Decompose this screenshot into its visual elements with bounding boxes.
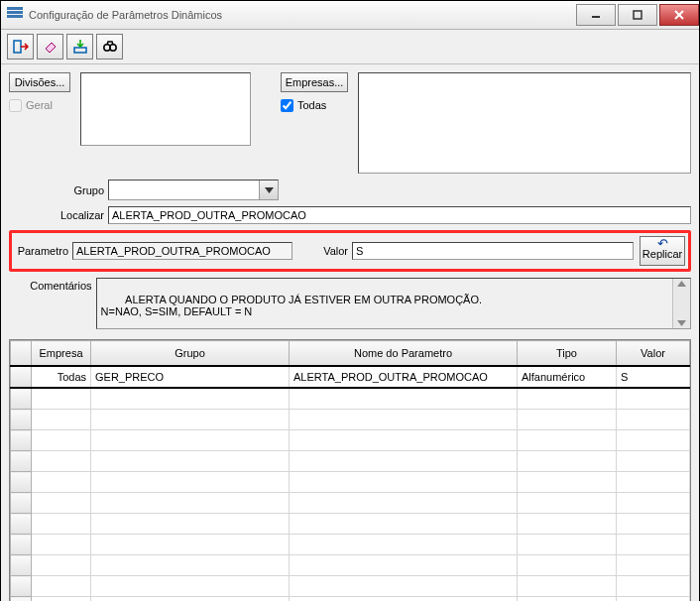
title-bar[interactable]: Configuração de Parâmetros Dinâmicos xyxy=(1,1,699,30)
cell-nome[interactable] xyxy=(290,576,518,597)
table-row[interactable] xyxy=(11,555,690,576)
cell-grupo[interactable] xyxy=(91,535,290,555)
table-row[interactable] xyxy=(11,472,690,493)
import-button[interactable] xyxy=(66,34,93,60)
todas-checkbox-input[interactable] xyxy=(281,99,293,112)
cell-empresa[interactable] xyxy=(32,597,91,602)
cell-grupo[interactable] xyxy=(91,514,290,535)
grupo-select[interactable] xyxy=(108,180,279,200)
cell-valor[interactable] xyxy=(617,576,690,597)
empresas-list[interactable] xyxy=(358,72,691,174)
cell-nome[interactable] xyxy=(290,555,518,576)
todas-checkbox[interactable]: Todas xyxy=(281,96,350,114)
empresas-button[interactable]: Empresas... xyxy=(281,72,348,92)
cell-tipo[interactable] xyxy=(518,597,617,602)
maximize-button[interactable] xyxy=(618,4,657,26)
cell-valor[interactable] xyxy=(617,514,690,535)
col-nome[interactable]: Nome do Parametro xyxy=(290,341,518,367)
cell-grupo[interactable] xyxy=(91,576,290,597)
divisoes-list[interactable] xyxy=(80,72,251,146)
valor-input[interactable] xyxy=(352,242,634,260)
cell-valor[interactable] xyxy=(617,555,690,576)
table-row[interactable] xyxy=(11,493,690,514)
cell-empresa[interactable] xyxy=(32,493,91,514)
cell-valor[interactable] xyxy=(617,597,690,602)
cell-tipo[interactable] xyxy=(518,555,617,576)
col-valor[interactable]: Valor xyxy=(617,341,690,367)
chevron-down-icon[interactable] xyxy=(259,180,278,199)
cell-nome[interactable] xyxy=(290,493,518,514)
table-row[interactable] xyxy=(11,535,690,555)
cell-tipo[interactable] xyxy=(518,576,617,597)
table-row[interactable] xyxy=(11,597,690,602)
cell-tipo[interactable] xyxy=(518,410,617,430)
clear-button[interactable] xyxy=(37,34,63,60)
cell-tipo[interactable] xyxy=(518,493,617,514)
table-row[interactable] xyxy=(11,388,690,410)
cell-empresa[interactable] xyxy=(32,430,91,451)
table-row[interactable] xyxy=(11,451,690,472)
table-row[interactable]: TodasGER_PRECOALERTA_PROD_OUTRA_PROMOCAO… xyxy=(11,366,690,388)
localizar-input[interactable] xyxy=(108,206,691,224)
table-row[interactable] xyxy=(11,430,690,451)
cell-nome[interactable] xyxy=(290,514,518,535)
cell-grupo[interactable]: GER_PRECO xyxy=(91,366,290,388)
minimize-button[interactable] xyxy=(576,4,616,26)
cell-empresa[interactable] xyxy=(32,514,91,535)
parameters-grid[interactable]: Empresa Grupo Nome do Parametro Tipo Val… xyxy=(9,339,691,601)
scroll-up-icon[interactable] xyxy=(677,281,686,287)
cell-valor[interactable] xyxy=(617,493,690,514)
col-tipo[interactable]: Tipo xyxy=(518,341,617,367)
cell-empresa[interactable]: Todas xyxy=(32,366,91,388)
cell-grupo[interactable] xyxy=(91,597,290,602)
scroll-down-icon[interactable] xyxy=(677,320,686,326)
cell-nome[interactable] xyxy=(290,472,518,493)
close-button[interactable] xyxy=(659,4,699,26)
cell-valor[interactable] xyxy=(617,430,690,451)
cell-nome[interactable] xyxy=(290,430,518,451)
cell-tipo[interactable] xyxy=(518,472,617,493)
cell-empresa[interactable] xyxy=(32,388,91,410)
search-button[interactable] xyxy=(96,34,123,60)
cell-valor[interactable] xyxy=(617,535,690,555)
cell-nome[interactable]: ALERTA_PROD_OUTRA_PROMOCAO xyxy=(290,366,518,388)
cell-nome[interactable] xyxy=(290,451,518,472)
cell-valor[interactable] xyxy=(617,472,690,493)
cell-tipo[interactable] xyxy=(518,535,617,555)
table-row[interactable] xyxy=(11,576,690,597)
col-empresa[interactable]: Empresa xyxy=(32,341,91,367)
cell-grupo[interactable] xyxy=(91,555,290,576)
exit-button[interactable] xyxy=(7,34,34,60)
cell-empresa[interactable] xyxy=(32,576,91,597)
cell-grupo[interactable] xyxy=(91,410,290,430)
divisoes-button[interactable]: Divisões... xyxy=(9,72,70,92)
cell-nome[interactable] xyxy=(290,388,518,410)
cell-empresa[interactable] xyxy=(32,451,91,472)
replicar-button[interactable]: ↶ Replicar xyxy=(640,236,685,266)
cell-tipo[interactable] xyxy=(518,514,617,535)
table-row[interactable] xyxy=(11,410,690,430)
cell-tipo[interactable] xyxy=(518,388,617,410)
cell-empresa[interactable] xyxy=(32,410,91,430)
cell-grupo[interactable] xyxy=(91,430,290,451)
cell-empresa[interactable] xyxy=(32,535,91,555)
cell-tipo[interactable] xyxy=(518,430,617,451)
cell-grupo[interactable] xyxy=(91,388,290,410)
cell-valor[interactable]: S xyxy=(617,366,690,388)
cell-valor[interactable] xyxy=(617,410,690,430)
scrollbar[interactable] xyxy=(672,279,690,328)
col-grupo[interactable]: Grupo xyxy=(91,341,290,367)
cell-valor[interactable] xyxy=(617,451,690,472)
table-row[interactable] xyxy=(11,514,690,535)
cell-tipo[interactable]: Alfanumérico xyxy=(518,366,617,388)
cell-nome[interactable] xyxy=(290,410,518,430)
comentarios-textarea[interactable]: ALERTA QUANDO O PRODUTO JÁ ESTIVER EM OU… xyxy=(96,278,691,329)
cell-empresa[interactable] xyxy=(32,555,91,576)
cell-nome[interactable] xyxy=(290,535,518,555)
cell-tipo[interactable] xyxy=(518,451,617,472)
cell-empresa[interactable] xyxy=(32,472,91,493)
cell-grupo[interactable] xyxy=(91,451,290,472)
cell-nome[interactable] xyxy=(290,597,518,602)
cell-valor[interactable] xyxy=(617,388,690,410)
cell-grupo[interactable] xyxy=(91,493,290,514)
